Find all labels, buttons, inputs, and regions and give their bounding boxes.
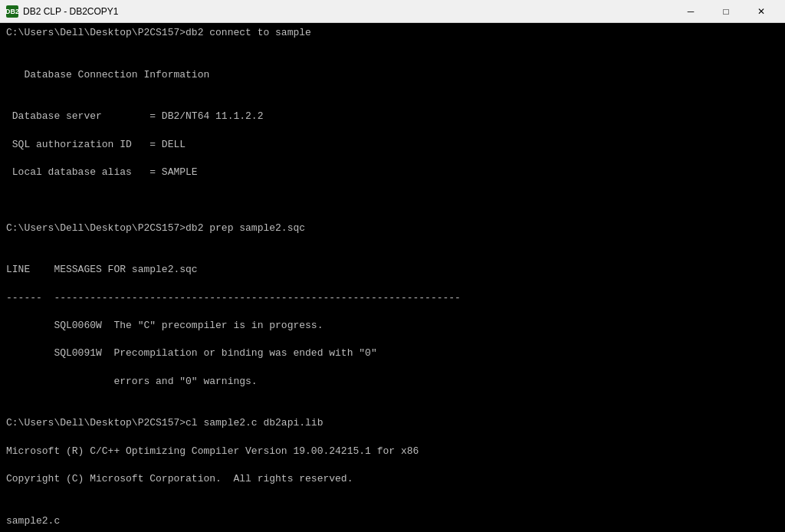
terminal-line: C:\Users\Dell\Desktop\P2CS157>db2 connec… xyxy=(6,26,779,40)
minimize-button[interactable]: ─ xyxy=(673,0,708,23)
window-title: DB2 CLP - DB2COPY1 xyxy=(23,6,119,17)
terminal-line: Database server = DB2/NT64 11.1.2.2 xyxy=(6,110,779,123)
terminal-line: errors and "0" warnings. xyxy=(6,375,779,389)
maximize-button[interactable]: □ xyxy=(708,0,744,23)
terminal-line: C:\Users\Dell\Desktop\P2CS157>db2 prep s… xyxy=(6,222,779,235)
terminal-line: LINE MESSAGES FOR sample2.sqc xyxy=(6,263,779,277)
terminal-line: ------ ---------------------------------… xyxy=(6,291,779,305)
terminal-line: Database Connection Information xyxy=(6,68,779,82)
title-bar: DB2 DB2 CLP - DB2COPY1 ─ □ ✕ xyxy=(0,0,785,23)
terminal-line: C:\Users\Dell\Desktop\P2CS157>cl sample2… xyxy=(6,416,779,430)
terminal-line: Copyright (C) Microsoft Corporation. All… xyxy=(6,472,779,486)
terminal-line: Microsoft (R) C/C++ Optimizing Compiler … xyxy=(6,445,779,458)
terminal-line: SQL0091W Precompilation or binding was e… xyxy=(6,346,779,360)
terminal-line: SQL authorization ID = DELL xyxy=(6,138,779,152)
terminal-window[interactable]: C:\Users\Dell\Desktop\P2CS157>db2 connec… xyxy=(0,23,785,532)
terminal-line: sample2.c xyxy=(6,514,779,528)
terminal-line: Local database alias = SAMPLE xyxy=(6,166,779,179)
close-button[interactable]: ✕ xyxy=(744,0,779,23)
terminal-line: SQL0060W The "C" precompiler is in progr… xyxy=(6,319,779,333)
app-icon: DB2 xyxy=(6,5,18,18)
